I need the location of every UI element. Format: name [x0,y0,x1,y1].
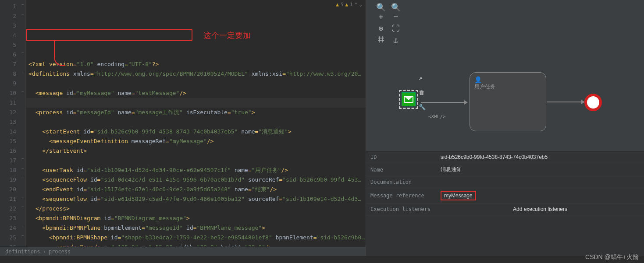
annotation-text: 这个一定要加 [203,31,251,40]
breadcrumb[interactable]: definitions › process [0,246,366,256]
zoom-fit-icon[interactable]: ⊕ [375,24,387,33]
code-editor-pane: 1234567891011121314151617181920212223242… [0,0,366,256]
zoom-toolbar: 🔍+ 🔍− ⊕ ⛶ ⚓ [375,3,402,45]
annotation-arrow [54,40,65,66]
grid-icon[interactable] [375,35,387,45]
line-gutter: 1234567891011121314151617181920212223242… [0,0,20,246]
sequence-flow-1[interactable] [421,102,467,103]
prop-id-value[interactable]: sid-b526c9b0-99fd-4538-8743-74c0b4037eb5 [436,151,644,163]
bpmn-canvas[interactable]: 🔍+ 🔍− ⊕ ⛶ ⚓ ↗ 🗑 🔧 <XML/> 👤 用户任务 [366,0,644,151]
properties-panel: IDsid-b526c9b0-99fd-4538-8743-74c0b4037e… [366,151,644,256]
prop-msgref-label: Message reference [366,188,436,203]
user-icon: 👤 [474,76,482,83]
selection-handles: ↗ 🗑 🔧 [419,74,426,110]
crumb-process[interactable]: process [49,249,71,255]
prop-name-value[interactable]: 消息通知 [436,163,644,176]
inspection-widget[interactable]: ▲5 ▲1 ⌃ ⌄ [336,2,362,7]
user-task-node[interactable]: 👤 用户任务 [470,72,546,131]
diagram-pane: 🔍+ 🔍− ⊕ ⛶ ⚓ ↗ 🗑 🔧 <XML/> 👤 用户任务 [366,0,644,256]
chevron-up-icon[interactable]: ⌃ [355,2,358,7]
envelope-icon [404,96,413,103]
chevron-right-icon: › [43,249,46,255]
prop-id-label: ID [366,151,436,163]
reconnect-icon[interactable]: ↗ [419,74,426,81]
settings-icon[interactable]: 🔧 [419,104,426,110]
end-event-node[interactable] [584,94,602,111]
fold-gutter[interactable]: − − − − − − − − − − − − [20,0,26,246]
zoom-in-icon[interactable]: 🔍+ [375,3,387,21]
warning-icon: ▲ [345,2,349,7]
add-execution-listener-button[interactable]: Add execution listeners [436,203,644,215]
annotation-box-message [26,29,192,41]
message-start-event[interactable] [399,90,418,109]
prop-exec-label: Execution listeners [366,203,436,215]
prop-msgref-value[interactable]: myMessage [441,191,476,200]
sequence-flow-2[interactable] [547,102,584,102]
watermark: CSDN @蜗牛+火箭 [585,253,639,261]
fullscreen-icon[interactable]: ⛶ [390,24,402,33]
prop-doc-value[interactable] [436,176,644,188]
warning-icon: ▲ [336,2,339,7]
prop-doc-label: Documentation [366,176,436,188]
zoom-out-icon[interactable]: 🔍− [390,3,402,21]
crumb-definitions[interactable]: definitions [5,249,40,255]
code-content[interactable]: 这个一定要加 <?xml version="1.0" encoding="UTF… [26,0,366,246]
user-task-label: 用户任务 [474,84,495,90]
prop-name-label: Name [366,163,436,176]
anchor-icon[interactable]: ⚓ [390,35,402,45]
xml-label: <XML/> [428,114,446,119]
chevron-down-icon[interactable]: ⌄ [359,2,362,7]
delete-icon[interactable]: 🗑 [419,89,426,96]
